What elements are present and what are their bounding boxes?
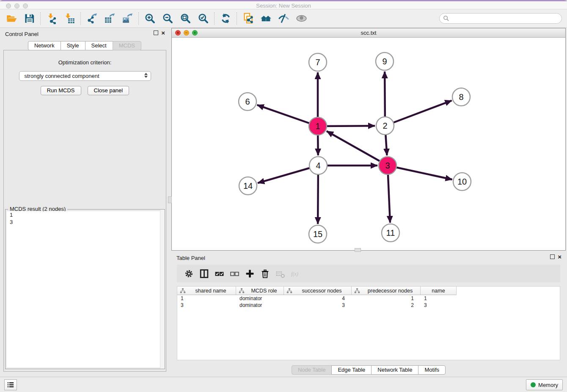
memory-button[interactable]: Memory: [526, 379, 563, 390]
graph-node-label: 9: [382, 57, 387, 66]
table-cell[interactable]: 3: [284, 302, 352, 309]
toolbar-separator: [80, 12, 81, 25]
duplicate-network-icon[interactable]: [241, 11, 255, 26]
task-history-button[interactable]: [4, 379, 17, 390]
graph-node-label: 10: [457, 177, 467, 186]
network-canvas[interactable]: 1234678910111415: [172, 38, 565, 250]
tab-mcds[interactable]: MCDS: [113, 41, 141, 50]
export-network-icon[interactable]: [85, 11, 99, 26]
graph-node-label: 8: [459, 92, 463, 102]
column-header-label: shared name: [186, 288, 236, 294]
graph-node-label: 15: [313, 229, 322, 239]
tab-motifs[interactable]: Motifs: [418, 365, 446, 375]
table-row[interactable]: 3dominator323: [177, 302, 560, 309]
network-window-titlebar[interactable]: × − + scc.txt: [172, 28, 565, 38]
column-header-shared-name[interactable]: shared name: [177, 287, 236, 295]
table-cell[interactable]: 1: [177, 295, 236, 302]
table-panel-close-icon[interactable]: ×: [558, 254, 561, 259]
table-cell[interactable]: 2: [352, 302, 421, 309]
run-mcds-button[interactable]: Run MCDS: [41, 86, 81, 95]
optimization-criterion-label: Optimization criterion:: [4, 59, 166, 66]
main-toolbar: [0, 9, 567, 28]
graph-node-10[interactable]: 10: [453, 173, 471, 190]
tab-select[interactable]: Select: [85, 41, 113, 50]
graph-node-8[interactable]: 8: [452, 88, 470, 106]
deselect-all-columns-icon[interactable]: [227, 267, 242, 280]
list-icon: [7, 381, 14, 389]
import-table-icon[interactable]: [62, 11, 77, 26]
graph-node-9[interactable]: 9: [376, 52, 394, 70]
column-header-name[interactable]: name: [421, 287, 457, 295]
graph-node-1[interactable]: 1: [309, 117, 327, 135]
horizontal-splitter-handle[interactable]: [355, 248, 361, 252]
column-header-successor-nodes[interactable]: successor nodes: [284, 287, 352, 295]
graph-edge-3-10[interactable]: [388, 166, 452, 179]
mcds-result-list[interactable]: 13: [7, 211, 163, 367]
memory-button-label: Memory: [538, 382, 558, 388]
select-all-columns-icon[interactable]: [212, 267, 227, 280]
graph-edge-1-6[interactable]: [257, 105, 318, 126]
graph-node-14[interactable]: 14: [239, 177, 257, 195]
select-stepper-icon: [144, 73, 148, 78]
import-network-icon[interactable]: [44, 11, 59, 26]
column-header-label: MCDS role: [245, 288, 284, 294]
zoom-fit-icon[interactable]: [178, 11, 193, 26]
tab-network-table[interactable]: Network Table: [371, 365, 418, 375]
delete-entry-icon[interactable]: [257, 267, 272, 280]
search-input[interactable]: [449, 15, 561, 22]
tab-node-table[interactable]: Node Table: [292, 365, 332, 375]
column-header-predecessor-nodes[interactable]: predecessor nodes: [352, 287, 421, 295]
tab-network[interactable]: Network: [28, 41, 61, 50]
function-builder-icon: f(x): [288, 267, 303, 280]
table-cell[interactable]: 4: [284, 295, 352, 302]
save-session-icon[interactable]: [22, 11, 36, 26]
graph-node-3[interactable]: 3: [379, 157, 396, 174]
toolbar-separator: [40, 12, 41, 25]
search-field[interactable]: [439, 13, 562, 24]
column-layout-icon[interactable]: [196, 267, 212, 280]
open-session-icon[interactable]: [4, 11, 19, 26]
table-cell[interactable]: dominator: [236, 295, 284, 302]
close-panel-button[interactable]: Close panel: [88, 86, 129, 95]
zoom-in-icon[interactable]: [143, 11, 157, 26]
tab-style[interactable]: Style: [61, 41, 85, 50]
mcds-result-value[interactable]: 1: [7, 211, 163, 218]
table-cell[interactable]: 1: [421, 295, 457, 302]
mcds-result-value[interactable]: 3: [7, 218, 163, 226]
show-graphics-details-icon[interactable]: [294, 11, 308, 26]
optimization-criterion-select[interactable]: strongly connected component: [19, 71, 151, 81]
hide-graphics-details-icon[interactable]: [276, 11, 291, 26]
houses-icon[interactable]: [259, 11, 273, 26]
result-scrollbar[interactable]: [160, 210, 165, 369]
node-table: shared nameMCDS rolesuccessor nodesprede…: [177, 286, 560, 360]
graph-node-7[interactable]: 7: [309, 53, 327, 71]
refresh-icon[interactable]: [218, 11, 233, 26]
add-entry-icon[interactable]: [242, 267, 257, 280]
zoom-selected-icon[interactable]: [196, 11, 210, 26]
graph-edge-4-14[interactable]: [258, 166, 318, 183]
table-row[interactable]: 1dominator411: [177, 295, 560, 302]
column-header-MCDS-role[interactable]: MCDS role: [236, 287, 284, 295]
control-panel-tabs: NetworkStyleSelectMCDS: [0, 41, 169, 50]
table-cell[interactable]: dominator: [236, 302, 284, 309]
status-bar: Memory: [0, 377, 567, 392]
graph-edge-3-1[interactable]: [327, 131, 388, 166]
table-cell[interactable]: 3: [421, 302, 457, 309]
table-cell[interactable]: 3: [177, 302, 236, 309]
graph-node-11[interactable]: 11: [382, 224, 399, 242]
control-panel-close-icon[interactable]: ×: [161, 30, 165, 35]
settings-gear-icon[interactable]: [181, 267, 196, 280]
control-panel-float-icon[interactable]: [154, 30, 158, 35]
graph-node-4[interactable]: 4: [309, 157, 327, 174]
table-panel-float-icon[interactable]: [550, 254, 555, 259]
graph-node-6[interactable]: 6: [239, 93, 256, 110]
export-table-icon[interactable]: [102, 11, 117, 26]
graph-node-15[interactable]: 15: [309, 225, 327, 243]
export-image-icon[interactable]: [120, 11, 135, 26]
graph-node-2[interactable]: 2: [376, 117, 394, 135]
zoom-out-icon[interactable]: [160, 11, 175, 26]
tab-edge-table[interactable]: Edge Table: [331, 365, 372, 375]
graph-edge-2-8[interactable]: [385, 100, 452, 126]
table-cell[interactable]: 1: [352, 295, 421, 302]
vertical-splitter-handle[interactable]: [168, 196, 172, 203]
